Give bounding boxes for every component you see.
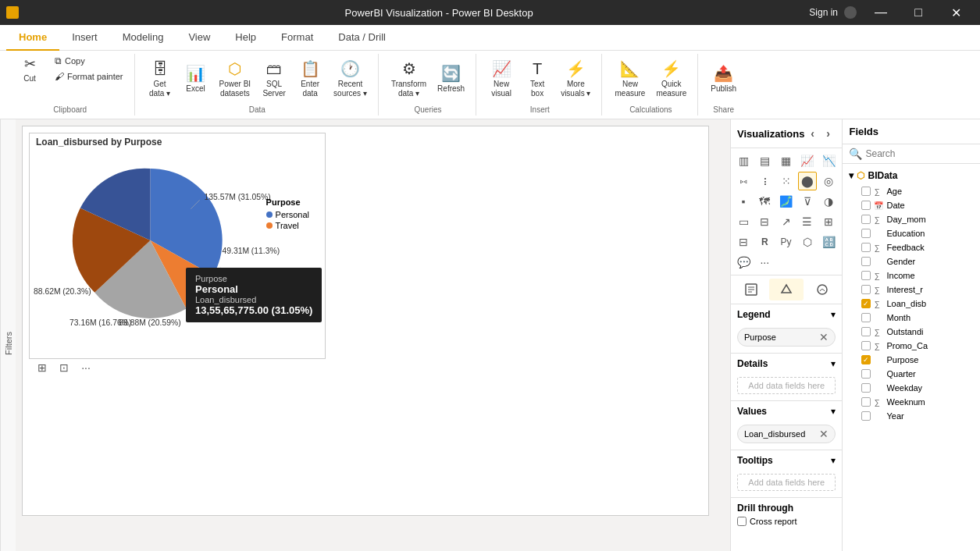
filters-label[interactable]: Filters [4, 332, 13, 355]
power-bi-datasets-button[interactable]: ⬡ Power BIdatasets [215, 54, 256, 104]
field-promo-checkbox[interactable] [861, 341, 871, 350]
viz-icon-python[interactable]: Py [777, 233, 796, 251]
field-income[interactable]: ∑ Income [846, 268, 980, 283]
values-field-pill[interactable]: Loan_disbursed ✕ [737, 425, 836, 443]
field-outstanding-checkbox[interactable] [861, 327, 871, 336]
cross-report-checkbox[interactable] [737, 517, 747, 526]
refresh-button[interactable]: 🔄 Refresh [433, 54, 469, 104]
field-income-checkbox[interactable] [861, 271, 871, 280]
tab-insert[interactable]: Insert [59, 25, 110, 51]
text-box-button[interactable]: T Textbox [520, 54, 554, 104]
field-date[interactable]: 📅 Date [846, 198, 980, 212]
viz-icon-multi-card[interactable]: ⊟ [755, 212, 774, 231]
get-data-button[interactable]: 🗄 Getdata ▾ [143, 54, 177, 104]
maximize-button[interactable]: □ [900, 0, 936, 25]
viz-icon-gauge[interactable]: ◑ [819, 192, 838, 211]
viz-values-header[interactable]: Values ▾ [731, 401, 842, 421]
viz-tooltips-header[interactable]: Tooltips ▾ [731, 450, 842, 471]
viz-icon-slicer[interactable]: ☰ [798, 212, 817, 231]
viz-icon-key-influencer[interactable]: ⬡ [798, 233, 817, 251]
viz-icon-stacked-bar[interactable]: ▥ [734, 151, 753, 170]
viz-analytics-tab[interactable] [805, 279, 839, 300]
format-painter-button[interactable]: 🖌 Format painter [50, 69, 128, 84]
recent-sources-button[interactable]: 🕐 Recentsources ▾ [329, 54, 372, 104]
chart-visual-container[interactable]: Loan_disbursed by Purpose [29, 133, 326, 359]
field-year[interactable]: Year [846, 409, 980, 423]
publish-button[interactable]: 📤 Publish [706, 54, 741, 104]
viz-icon-treemap[interactable]: ▪ [734, 192, 753, 211]
field-gender[interactable]: Gender [846, 254, 980, 268]
sql-server-button[interactable]: 🗃 SQLServer [257, 54, 291, 104]
field-weekday-checkbox[interactable] [861, 383, 871, 393]
field-promo[interactable]: ∑ Promo_Ca [846, 339, 980, 353]
field-month-checkbox[interactable] [861, 313, 871, 322]
field-loan-disb[interactable]: ✓ ∑ Loan_disb [846, 297, 980, 311]
tooltips-placeholder[interactable]: Add data fields here [737, 474, 836, 491]
viz-icon-pie[interactable]: ⬤ [798, 172, 817, 190]
viz-legend-header[interactable]: Legend ▾ [731, 304, 842, 325]
more-visuals-button[interactable]: ⚡ Morevisuals ▾ [556, 54, 595, 104]
tab-help[interactable]: Help [223, 25, 269, 51]
field-interest[interactable]: ∑ Interest_r [846, 283, 980, 297]
field-weekday[interactable]: Weekday [846, 381, 980, 395]
field-feedback-checkbox[interactable] [861, 243, 871, 252]
viz-icon-map[interactable]: 🗺 [755, 192, 774, 211]
viz-icon-qa[interactable]: 💬 [734, 253, 753, 272]
fields-search-input[interactable] [865, 148, 980, 159]
field-weeknum-checkbox[interactable] [861, 397, 871, 407]
close-button[interactable]: ✕ [938, 0, 974, 25]
enter-data-button[interactable]: 📋 Enterdata [293, 54, 327, 104]
viz-icon-area[interactable]: 📉 [819, 151, 838, 170]
field-month[interactable]: Month [846, 311, 980, 325]
cut-button[interactable]: ✂ Cut [12, 54, 47, 84]
field-day-mom-checkbox[interactable] [861, 215, 871, 224]
field-purpose[interactable]: ✓ Purpose [846, 353, 980, 367]
field-date-checkbox[interactable] [861, 201, 871, 210]
tab-data-drill[interactable]: Data / Drill [326, 25, 398, 51]
viz-panel-next[interactable]: › [820, 126, 836, 141]
sign-in-button[interactable]: Sign in [809, 7, 838, 18]
viz-icon-matrix[interactable]: ⊟ [734, 233, 753, 251]
viz-icon-scatter[interactable]: ⁙ [777, 172, 796, 190]
viz-icon-line[interactable]: 📈 [798, 151, 817, 170]
field-feedback[interactable]: ∑ Feedback [846, 240, 980, 254]
new-visual-button[interactable]: 📈 Newvisual [484, 54, 519, 104]
field-loan-disb-checkbox[interactable]: ✓ [861, 299, 871, 308]
viz-format-tab[interactable] [769, 279, 803, 300]
field-quarter[interactable]: Quarter [846, 367, 980, 381]
viz-icon-more[interactable]: ··· [755, 253, 774, 272]
field-interest-checkbox[interactable] [861, 285, 871, 294]
new-measure-button[interactable]: 📐 Newmeasure [610, 54, 650, 104]
viz-icon-clustered-bar[interactable]: ▤ [755, 151, 774, 170]
viz-icon-donut[interactable]: ◎ [819, 172, 838, 190]
viz-icon-kpi[interactable]: ↗ [777, 212, 796, 231]
legend-field-pill[interactable]: Purpose ✕ [737, 328, 836, 347]
viz-panel-prev[interactable]: ‹ [804, 126, 820, 141]
tab-home[interactable]: Home [6, 25, 59, 51]
excel-button[interactable]: 📊 Excel [179, 54, 213, 104]
report-canvas[interactable]: Loan_disbursed by Purpose [22, 126, 709, 516]
legend-field-remove[interactable]: ✕ [819, 331, 829, 343]
quick-measure-button[interactable]: ⚡ Quickmeasure [651, 54, 691, 104]
viz-icon-card[interactable]: ▭ [734, 212, 753, 231]
field-age-checkbox[interactable] [861, 187, 871, 196]
viz-icon-ribbon[interactable]: ⑅ [734, 172, 753, 190]
viz-icon-bar-100[interactable]: ▦ [777, 151, 796, 170]
filter-visual-button[interactable]: ⊞ [33, 358, 52, 377]
viz-data-tab[interactable] [734, 279, 768, 300]
viz-details-header[interactable]: Details ▾ [731, 354, 842, 374]
copy-button[interactable]: ⧉ Copy [50, 54, 128, 68]
values-field-remove[interactable]: ✕ [819, 428, 829, 440]
field-age[interactable]: ∑ Age [846, 184, 980, 198]
field-weeknum[interactable]: ∑ Weeknum [846, 395, 980, 409]
viz-icon-table[interactable]: ⊞ [819, 212, 838, 231]
field-gender-checkbox[interactable] [861, 257, 871, 266]
viz-icon-text-filter[interactable]: 🔠 [819, 233, 838, 251]
fields-group-bidata-header[interactable]: ▾ ⬡ BIData [846, 167, 980, 184]
focus-mode-button[interactable]: ⊡ [55, 358, 73, 377]
details-placeholder[interactable]: Add data fields here [737, 377, 836, 394]
field-year-checkbox[interactable] [861, 411, 871, 421]
field-day-mom[interactable]: ∑ Day_mom [846, 212, 980, 226]
viz-icon-r[interactable]: R [755, 233, 774, 251]
tab-modeling[interactable]: Modeling [110, 25, 176, 51]
